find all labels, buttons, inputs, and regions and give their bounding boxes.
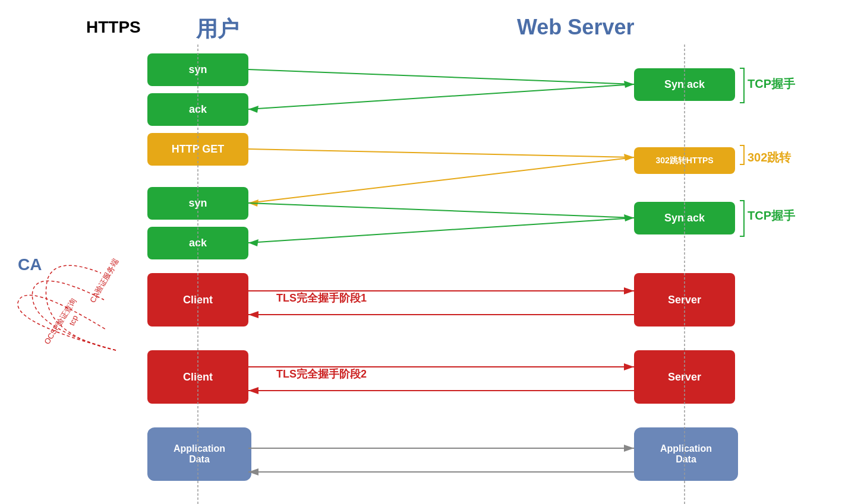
diagram: HTTPS 用户 Web Server CA CA验证服务端 tcp OCSP验… xyxy=(0,0,864,504)
tcp-ann2: TCP握手 xyxy=(748,208,795,224)
svg-marker-15 xyxy=(624,287,634,294)
server2-box: Server xyxy=(634,350,735,404)
https-title: HTTPS xyxy=(86,18,141,37)
tls1-label: TLS完全握手阶段1 xyxy=(276,291,367,305)
synack2-box: Syn ack xyxy=(634,202,735,234)
svg-marker-9 xyxy=(248,199,258,207)
synack1-box: Syn ack xyxy=(634,68,735,101)
svg-marker-13 xyxy=(248,239,258,246)
svg-marker-11 xyxy=(624,214,634,221)
svg-marker-5 xyxy=(248,106,258,113)
svg-marker-7 xyxy=(624,154,634,161)
redirect-box: 302跳转HTTPS xyxy=(634,147,735,174)
syn2-box: syn xyxy=(147,187,248,220)
tcp-ann1: TCP握手 xyxy=(748,76,795,92)
ack2-box: ack xyxy=(147,227,248,259)
appdata1-box: ApplicationData xyxy=(147,427,251,481)
client1-box: Client xyxy=(147,273,248,327)
redirect-ann: 302跳转 xyxy=(748,150,791,166)
ca-verify-label: CA验证服务端 xyxy=(87,257,121,305)
svg-marker-19 xyxy=(624,363,634,370)
svg-marker-3 xyxy=(624,81,634,88)
svg-line-8 xyxy=(248,157,634,203)
svg-line-4 xyxy=(248,84,634,109)
server-title: Web Server xyxy=(517,15,634,40)
svg-line-12 xyxy=(248,218,634,243)
appdata2-box: ApplicationData xyxy=(634,427,738,481)
ca-label: CA xyxy=(18,255,42,274)
client2-box: Client xyxy=(147,350,248,404)
svg-marker-23 xyxy=(624,445,634,452)
tls2-label: TLS完全握手阶段2 xyxy=(276,367,367,381)
user-title: 用户 xyxy=(196,15,239,44)
svg-marker-17 xyxy=(248,311,258,318)
syn1-box: syn xyxy=(147,53,248,86)
ack1-box: ack xyxy=(147,93,248,126)
server1-box: Server xyxy=(634,273,735,327)
svg-marker-21 xyxy=(248,387,258,394)
svg-line-10 xyxy=(248,203,634,218)
svg-line-2 xyxy=(248,69,634,84)
httpget-box: HTTP GET xyxy=(147,133,248,166)
svg-line-6 xyxy=(248,149,634,157)
